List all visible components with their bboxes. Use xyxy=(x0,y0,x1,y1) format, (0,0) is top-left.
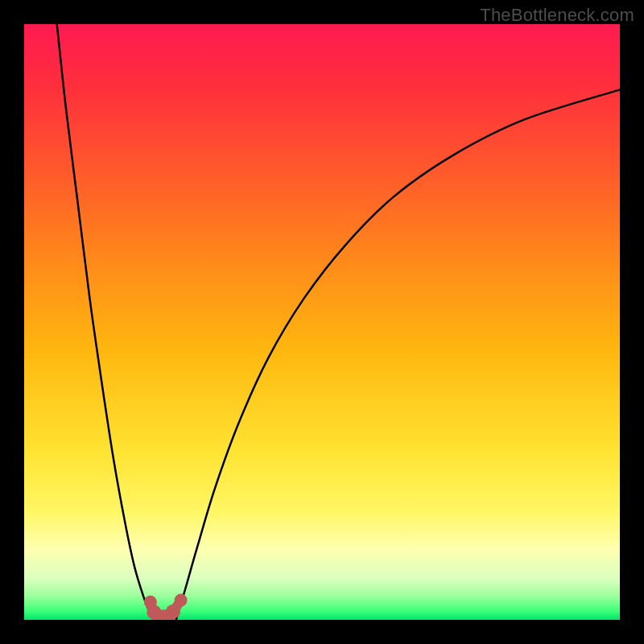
dip-markers xyxy=(144,594,188,620)
plot-area xyxy=(24,24,620,620)
chart-frame: TheBottleneck.com xyxy=(0,0,644,644)
watermark-text: TheBottleneck.com xyxy=(480,5,634,26)
curve-layer xyxy=(24,24,620,620)
left-curve xyxy=(57,24,155,620)
right-curve xyxy=(176,89,620,620)
dip-marker xyxy=(175,594,188,607)
dip-marker xyxy=(166,605,180,619)
